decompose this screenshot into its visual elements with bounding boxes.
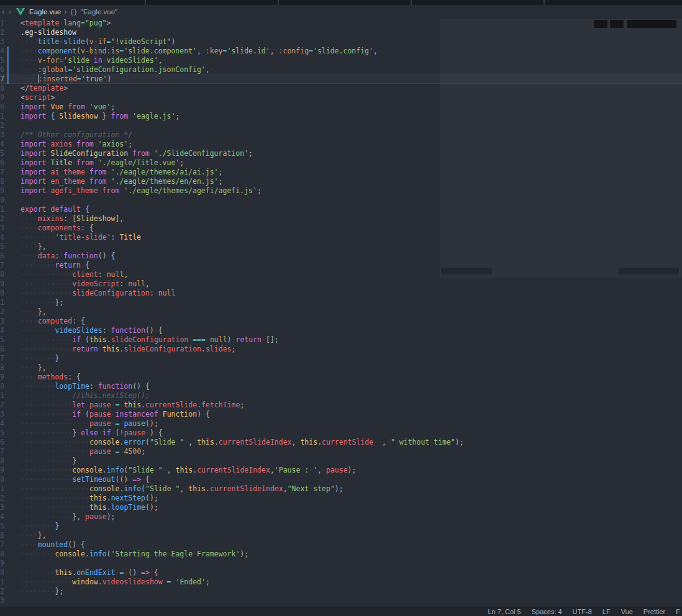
line-number[interactable]: 9 xyxy=(0,93,4,102)
line-number[interactable]: 19 xyxy=(0,186,4,196)
code-line[interactable]: 54············},·pause); xyxy=(0,512,682,522)
code-line[interactable]: 43············if·(pause·instanceof·Funct… xyxy=(0,410,682,419)
line-number[interactable]: 3 xyxy=(0,37,4,47)
code-line[interactable]: 46················console.error("Slide·"… xyxy=(0,438,682,447)
overlay-control[interactable] xyxy=(627,20,676,28)
status-item[interactable]: LF xyxy=(602,608,611,615)
code-line[interactable]: 62········}; xyxy=(0,587,682,596)
code-line[interactable]: 63 xyxy=(0,596,682,605)
breadcrumb-symbol[interactable]: "Eagle.vue" xyxy=(81,8,117,16)
code-line[interactable]: 39····methods:·{ xyxy=(0,373,682,382)
breadcrumb-back-icon[interactable]: ‹ xyxy=(1,7,5,16)
line-number[interactable]: 17 xyxy=(0,168,4,177)
code-line[interactable]: 36············return·this.slideConfigura… xyxy=(0,345,682,354)
code-line[interactable]: 52················this.nextStep(); xyxy=(0,494,682,503)
line-number[interactable]: 28 xyxy=(0,270,4,279)
status-item[interactable]: F xyxy=(676,608,680,615)
code-line[interactable]: 38····}, xyxy=(0,363,682,373)
line-number[interactable]: 23 xyxy=(0,224,4,233)
line-number[interactable]: 18 xyxy=(0,177,4,186)
line-number[interactable]: 33 xyxy=(0,317,4,326)
line-number[interactable]: 54 xyxy=(0,512,4,522)
breadcrumb-file[interactable]: Eagle.vue xyxy=(29,8,61,16)
line-number[interactable]: 39 xyxy=(0,373,4,382)
line-number[interactable]: 2 xyxy=(0,28,4,37)
line-number[interactable]: 38 xyxy=(0,363,4,373)
line-number[interactable]: 31 xyxy=(0,298,4,307)
line-number[interactable]: 12 xyxy=(0,121,4,130)
line-number[interactable]: 53 xyxy=(0,503,4,512)
line-number[interactable]: 24 xyxy=(0,233,4,242)
line-number[interactable]: 56 xyxy=(0,531,4,540)
status-item[interactable]: Prettier xyxy=(643,608,665,615)
line-number[interactable]: 20 xyxy=(0,196,4,205)
code-line[interactable]: 57····mounted()·{ xyxy=(0,540,682,550)
line-number[interactable]: 62 xyxy=(0,587,4,596)
line-number[interactable]: 8 xyxy=(0,84,4,93)
line-number[interactable]: 52 xyxy=(0,494,4,503)
code-line[interactable]: 59 xyxy=(0,559,682,568)
line-number[interactable]: 7 xyxy=(0,75,4,84)
code-line[interactable]: 31········}; xyxy=(0,298,682,307)
line-number[interactable]: 10 xyxy=(0,102,4,112)
code-line[interactable]: 41············//this.nextStep(); xyxy=(0,391,682,401)
code-line[interactable]: 60········this.onEndExit·=·()·=>·{ xyxy=(0,568,682,578)
line-number[interactable]: 41 xyxy=(0,391,4,401)
line-number[interactable]: 25 xyxy=(0,242,4,251)
line-number[interactable]: 6 xyxy=(0,65,4,75)
line-number[interactable]: 37 xyxy=(0,354,4,363)
line-number[interactable]: 45 xyxy=(0,428,4,438)
line-number[interactable]: 43 xyxy=(0,410,4,419)
status-item[interactable]: UTF-8 xyxy=(573,608,592,615)
line-number[interactable]: 47 xyxy=(0,447,4,456)
line-number[interactable]: 29 xyxy=(0,279,4,289)
line-number[interactable]: 22 xyxy=(0,214,4,224)
line-number[interactable]: 40 xyxy=(0,382,4,391)
code-line[interactable]: 47················pause·=·4500; xyxy=(0,447,682,456)
code-line[interactable]: 55········} xyxy=(0,522,682,531)
status-item[interactable]: Ln 7, Col 5 xyxy=(488,608,521,615)
line-number[interactable]: 61 xyxy=(0,578,4,587)
code-line[interactable]: 50············setTimeout(()·=>·{ xyxy=(0,475,682,484)
code-line[interactable]: 53················this.loopTime(); xyxy=(0,503,682,512)
line-number[interactable]: 36 xyxy=(0,345,4,354)
line-number[interactable]: 14 xyxy=(0,140,4,149)
line-number[interactable]: 30 xyxy=(0,289,4,298)
overlay-control[interactable] xyxy=(610,20,624,28)
line-number[interactable]: 50 xyxy=(0,475,4,484)
line-number[interactable]: 60 xyxy=(0,568,4,578)
line-number[interactable]: 58 xyxy=(0,550,4,559)
line-number[interactable]: 55 xyxy=(0,522,4,531)
line-number[interactable]: 51 xyxy=(0,484,4,494)
code-line[interactable]: 33····computed:·{ xyxy=(0,317,682,326)
line-number[interactable]: 5 xyxy=(0,56,4,65)
code-line[interactable]: 32····}, xyxy=(0,307,682,317)
line-number[interactable]: 34 xyxy=(0,326,4,335)
line-number[interactable]: 15 xyxy=(0,149,4,158)
line-number[interactable]: 21 xyxy=(0,205,4,214)
line-number[interactable]: 16 xyxy=(0,158,4,168)
code-line[interactable]: 45············}·else·if·(!pause·)·{ xyxy=(0,428,682,438)
line-number[interactable]: 49 xyxy=(0,466,4,475)
line-number[interactable]: 44 xyxy=(0,419,4,428)
line-number[interactable]: 42 xyxy=(0,401,4,410)
code-line[interactable]: 48············} xyxy=(0,456,682,466)
line-number[interactable]: 59 xyxy=(0,559,4,568)
line-number[interactable]: 35 xyxy=(0,335,4,345)
status-item[interactable]: Spaces: 4 xyxy=(532,608,562,615)
code-line[interactable]: 29············videoScript:·null, xyxy=(0,279,682,289)
line-number[interactable]: 46 xyxy=(0,438,4,447)
code-line[interactable]: 37········} xyxy=(0,354,682,363)
line-number[interactable]: 4 xyxy=(0,47,4,56)
code-line[interactable]: 56····}, xyxy=(0,531,682,540)
line-number[interactable]: 26 xyxy=(0,251,4,261)
breadcrumb-forward-icon[interactable]: › xyxy=(8,7,12,16)
line-number[interactable]: 13 xyxy=(0,130,4,140)
status-item[interactable]: Vue xyxy=(621,608,633,615)
code-line[interactable]: 51················console.info("Slide·",… xyxy=(0,484,682,494)
line-number[interactable]: 63 xyxy=(0,596,4,605)
code-line[interactable]: 35············if·(this.slideConfiguratio… xyxy=(0,335,682,345)
code-line[interactable]: 30············slideConfiguration:·null xyxy=(0,289,682,298)
line-number[interactable]: 11 xyxy=(0,112,4,121)
code-line[interactable]: 40········loopTime:·function()·{ xyxy=(0,382,682,391)
